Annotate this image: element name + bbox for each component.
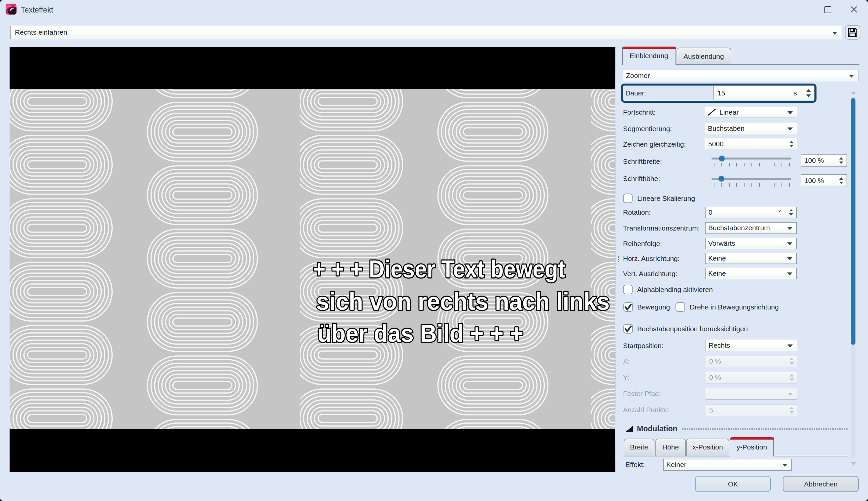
svg-text:über das Bild + + +: über das Bild + + + bbox=[317, 320, 523, 347]
svg-text:sich von rechts nach links: sich von rechts nach links bbox=[316, 287, 609, 315]
svg-text:+ + + Dieser Text bewegt: + + + Dieser Text bewegt bbox=[313, 255, 565, 283]
